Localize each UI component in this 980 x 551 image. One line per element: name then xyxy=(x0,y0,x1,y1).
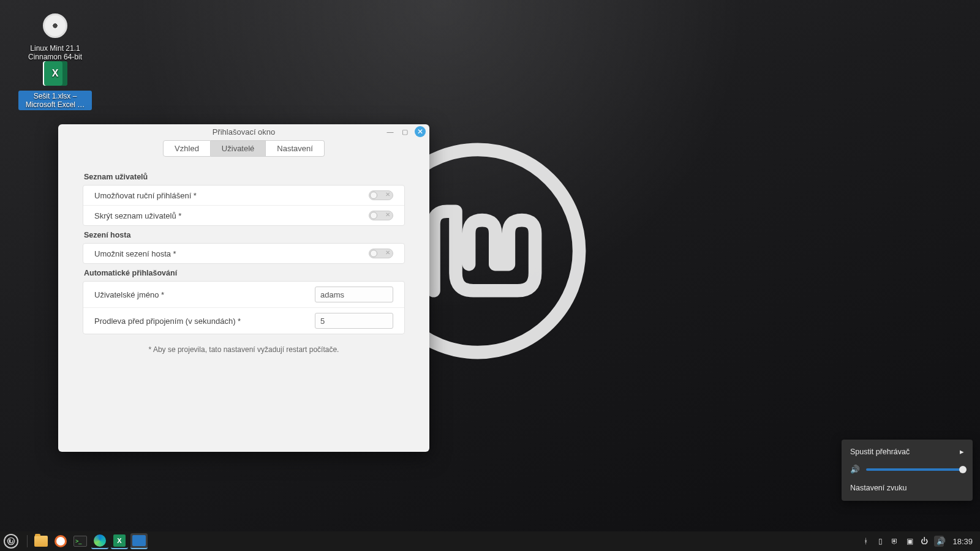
display-icon[interactable]: ▣ xyxy=(905,537,914,545)
menu-button[interactable] xyxy=(4,534,18,549)
volume-slider[interactable] xyxy=(866,468,964,471)
launch-player-link[interactable]: Spustit přehrávač xyxy=(850,448,910,456)
section-title-guest: Sezení hosta xyxy=(84,231,405,239)
terminal-icon: >_ xyxy=(74,536,87,547)
maximize-button[interactable]: ▢ xyxy=(400,127,410,137)
group-guest: Umožnit sezení hosta * ✕ xyxy=(83,243,405,264)
row-manual-login: Umožňovat ruční přihlášení * ✕ xyxy=(83,186,404,205)
task-login-window[interactable] xyxy=(130,533,148,549)
toggle-hide-userlist[interactable]: ✕ xyxy=(369,211,393,220)
desktop-icon-installer[interactable]: Linux Mint 21.1 Cinnamon 64-bit xyxy=(18,11,92,62)
svg-point-1 xyxy=(7,538,14,544)
login-window-settings: Přihlašovací okno — ▢ ✕ Vzhled Uživatelé… xyxy=(58,124,429,452)
chevron-right-icon[interactable]: ▸ xyxy=(960,447,964,456)
toggle-guest-session[interactable]: ✕ xyxy=(369,249,393,258)
row-label: Umožnit sezení hosta * xyxy=(94,249,369,258)
row-delay: Prodleva před připojením (v sekundách) * xyxy=(83,307,404,334)
speaker-icon[interactable]: 🔊 xyxy=(850,465,860,474)
row-username: Uživatelské jméno * xyxy=(83,282,404,307)
row-label: Prodleva před připojením (v sekundách) * xyxy=(94,317,315,326)
window-titlebar[interactable]: Přihlašovací okno — ▢ ✕ xyxy=(58,124,429,139)
row-label: Skrýt seznam uživatelů * xyxy=(94,211,369,220)
group-autologin: Uživatelské jméno * Prodleva před připoj… xyxy=(83,281,405,334)
toggle-manual-login[interactable]: ✕ xyxy=(369,190,393,200)
sound-tray-icon[interactable]: 🔊 xyxy=(934,536,944,547)
delay-input[interactable] xyxy=(315,313,393,329)
row-label: Umožňovat ruční přihlášení * xyxy=(94,191,369,200)
row-guest-session: Umožnit sezení hosta * ✕ xyxy=(83,244,404,263)
task-firefox[interactable] xyxy=(52,533,69,549)
sound-applet-popup: Spustit přehrávač ▸ 🔊 Nastavení zvuku xyxy=(842,440,973,501)
tab-appearance[interactable]: Vzhled xyxy=(163,140,211,157)
row-label: Uživatelské jméno * xyxy=(94,290,315,299)
task-terminal[interactable]: >_ xyxy=(72,533,89,549)
system-tray: ᚼ ▯ ⛨ ▣ ⏻ 🔊 18:39 xyxy=(861,536,976,547)
firefox-icon xyxy=(55,535,67,547)
clock[interactable]: 18:39 xyxy=(952,537,973,546)
disc-icon xyxy=(40,11,70,40)
sound-settings-link[interactable]: Nastavení zvuku xyxy=(850,484,907,492)
task-excel[interactable]: X xyxy=(111,533,128,549)
group-userlist: Umožňovat ruční přihlášení * ✕ Skrýt sez… xyxy=(83,185,405,226)
tab-users[interactable]: Uživatelé xyxy=(211,140,266,157)
excel-file-icon: X xyxy=(40,59,70,88)
bluetooth-icon[interactable]: ᚼ xyxy=(861,537,870,545)
excel-icon: X xyxy=(113,534,126,547)
folder-icon xyxy=(34,536,48,547)
tabs: Vzhled Uživatelé Nastavení xyxy=(58,140,429,157)
taskbar: >_ X ᚼ ▯ ⛨ ▣ ⏻ 🔊 18:39 xyxy=(0,531,980,551)
battery-icon[interactable]: ▯ xyxy=(875,537,885,545)
minimize-button[interactable]: — xyxy=(385,127,395,137)
window-title: Přihlašovací okno xyxy=(213,127,276,137)
desktop-icon-label: Sešit 1.xlsx – Microsoft Excel … xyxy=(18,91,92,110)
restart-note: * Aby se projevila, tato nastavení vyžad… xyxy=(83,345,405,354)
desktop-icon-excel-file[interactable]: X Sešit 1.xlsx – Microsoft Excel … xyxy=(18,59,92,110)
window-icon xyxy=(132,535,146,546)
section-title-autologin: Automatické přihlašování xyxy=(84,269,405,277)
row-hide-userlist: Skrýt seznam uživatelů * ✕ xyxy=(83,205,404,225)
task-files[interactable] xyxy=(32,533,50,549)
edge-icon xyxy=(94,534,106,547)
tab-settings[interactable]: Nastavení xyxy=(266,140,325,157)
task-edge[interactable] xyxy=(91,533,108,549)
shield-icon[interactable]: ⛨ xyxy=(890,537,900,545)
username-input[interactable] xyxy=(315,287,393,302)
close-button[interactable]: ✕ xyxy=(415,126,426,137)
section-title-userlist: Seznam uživatelů xyxy=(84,173,405,181)
network-icon[interactable]: ⏻ xyxy=(919,537,929,545)
